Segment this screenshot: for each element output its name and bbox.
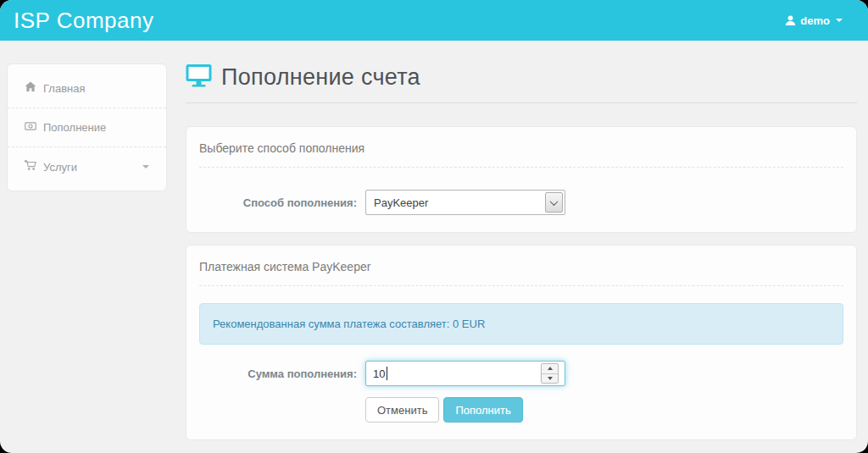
cart-icon [25,160,36,174]
sidebar: Главная Пополнение Услуги [7,64,167,191]
monitor-icon [186,64,212,91]
spin-up-button[interactable] [542,364,558,374]
divider [199,285,843,286]
arrow-up-icon [548,367,553,370]
sidebar-item-label: Услуги [43,161,77,174]
alert-text: Рекомендованная сумма платежа составляет… [213,318,485,330]
top-navbar: ISP Company demo [0,0,868,41]
person-icon [785,15,796,26]
main-content: Пополнение счета Выберите способ пополне… [186,41,857,440]
payment-panel-heading: Платежная система PayKeeper [199,258,843,285]
amount-row: Сумма пополнения: [199,361,843,386]
payment-panel: Платежная система PayKeeper Рекомендован… [186,245,857,440]
method-select[interactable]: PayKeeper [365,190,565,215]
user-menu[interactable]: demo [785,14,843,27]
number-spinner [541,363,559,384]
home-icon [25,81,36,95]
method-select-value: PayKeeper [366,196,545,209]
divider [199,167,843,168]
page-title: Пополнение счета [221,64,420,91]
user-name: demo [800,14,830,27]
submenu-caret-icon [142,165,149,168]
amount-input[interactable] [365,361,565,386]
method-panel-heading: Выберите способ пополнения [199,140,843,167]
sidebar-item-home[interactable]: Главная [8,69,166,108]
recommended-amount-alert: Рекомендованная сумма платежа составляет… [199,303,843,345]
spin-down-button[interactable] [542,374,558,384]
sidebar-item-label: Главная [43,82,85,95]
brand-link[interactable]: ISP Company [14,8,153,34]
method-panel: Выберите способ пополнения Способ пополн… [186,126,857,233]
page-header: Пополнение счета [186,64,857,103]
amount-input-wrap [365,361,565,386]
sidebar-item-services[interactable]: Услуги [8,146,166,186]
amount-label: Сумма пополнения: [199,367,357,380]
app-window: ISP Company demo Главная [0,0,868,453]
cancel-button[interactable]: Отменить [365,397,439,423]
arrow-down-icon [548,377,553,380]
method-label: Способ пополнения: [199,196,357,209]
caret-down-icon [836,19,843,22]
method-row: Способ пополнения: PayKeeper [199,190,843,215]
banknote-icon [25,121,36,134]
submit-button[interactable]: Пополнить [443,397,522,423]
chevron-down-icon [550,197,559,206]
select-dropdown-button[interactable] [545,192,563,213]
sidebar-item-label: Пополнение [43,121,106,134]
buttons-row: Отменить Пополнить [199,397,843,423]
sidebar-item-topup[interactable]: Пополнение [8,108,166,146]
